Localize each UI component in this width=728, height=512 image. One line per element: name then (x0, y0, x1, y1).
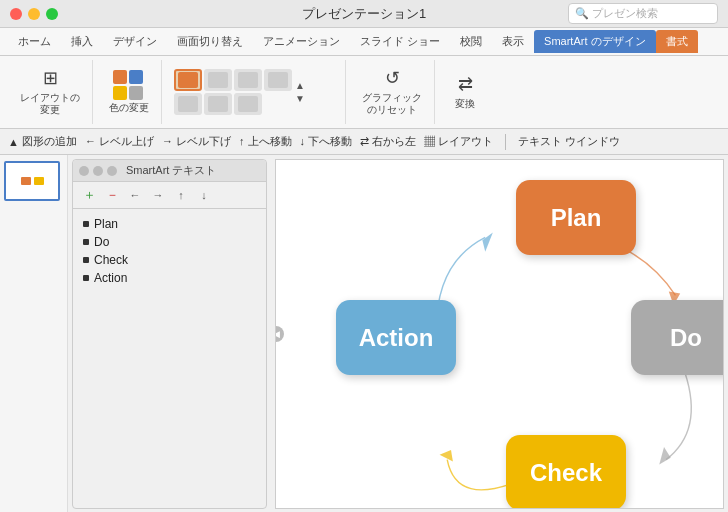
close-button[interactable] (10, 8, 22, 20)
remove-item-button[interactable]: － (102, 185, 122, 205)
tab-transitions[interactable]: 画面切り替え (167, 30, 253, 53)
panel-item-action[interactable]: Action (83, 269, 256, 287)
panel-items-list: Plan Do Check Action (73, 209, 266, 508)
add-shape-btn[interactable]: ▲ 図形の追加 (8, 134, 77, 149)
node-action-label: Action (359, 324, 434, 352)
bullet-plan (83, 221, 89, 227)
main-area: SmartArt テキスト ＋ － ← → ↑ ↓ Plan Do Check (0, 155, 728, 512)
bullet-check (83, 257, 89, 263)
node-plan-label: Plan (551, 204, 602, 232)
ribbon-tab-bar: ホーム 挿入 デザイン 画面切り替え アニメーション スライド ショー 校閲 表… (0, 28, 728, 56)
move-up-btn[interactable]: ↑ 上へ移動 (239, 134, 292, 149)
maximize-button[interactable] (46, 8, 58, 20)
node-plan[interactable]: Plan (516, 180, 636, 255)
node-do-label: Do (670, 324, 702, 352)
layout-preview-5[interactable] (174, 93, 202, 115)
item-label-plan: Plan (94, 217, 118, 231)
smartart-panel-title: SmartArt テキスト (126, 163, 216, 178)
svg-marker-2 (440, 450, 453, 462)
layout-btn[interactable]: ▦ レイアウト (424, 134, 493, 149)
item-label-check: Check (94, 253, 128, 267)
svg-marker-3 (482, 233, 492, 252)
window-controls (10, 8, 58, 20)
layout-preview-2[interactable] (204, 69, 232, 91)
ribbon-group-layouts: ▲ ▼ (166, 60, 346, 124)
tab-review[interactable]: 校閲 (450, 30, 492, 53)
node-action[interactable]: Action (336, 300, 456, 375)
add-item-button[interactable]: ＋ (79, 185, 99, 205)
tab-insert[interactable]: 挿入 (61, 30, 103, 53)
minimize-button[interactable] (28, 8, 40, 20)
ribbon-group-convert: ⇄ 変換 (439, 60, 499, 124)
convert-button[interactable]: ⇄ 変換 (447, 72, 483, 112)
level-down-btn[interactable]: → レベル下げ (162, 134, 231, 149)
thumb-preview (21, 177, 44, 185)
text-window-btn[interactable]: テキスト ウインドウ (518, 134, 620, 149)
canvas-area: ◀ Plan Do Check A (275, 159, 724, 509)
layout-change-button[interactable]: ⊞ レイアウトの変更 (16, 66, 84, 118)
layout-icon: ⊞ (43, 68, 58, 90)
reset-graphic-button[interactable]: ↺ グラフィックのリセット (358, 66, 426, 118)
layout-preview-4[interactable] (264, 69, 292, 91)
tab-design[interactable]: デザイン (103, 30, 167, 53)
svg-marker-1 (659, 447, 670, 464)
search-placeholder: プレゼン検索 (592, 6, 658, 21)
layout-change-btn[interactable]: ⊞ レイアウトの変更 (16, 60, 84, 124)
node-do[interactable]: Do (631, 300, 724, 375)
color-change-btn[interactable]: 色の変更 (105, 60, 153, 124)
layout-preview-6[interactable] (204, 93, 232, 115)
reset-label: グラフィックのリセット (362, 92, 422, 116)
panel-toolbar: ＋ － ← → ↑ ↓ (73, 182, 266, 209)
ribbon-group-layout: ⊞ レイアウトの変更 (8, 60, 93, 124)
tab-animations[interactable]: アニメーション (253, 30, 350, 53)
indent-left-button[interactable]: ← (125, 185, 145, 205)
panel-min-dot[interactable] (93, 166, 103, 176)
layout-preview-1[interactable] (174, 69, 202, 91)
add-icon: ▲ (8, 136, 19, 148)
layouts-scroll-up[interactable]: ▲ (295, 80, 305, 91)
ribbon-group-reset: ↺ グラフィックのリセット (350, 60, 435, 124)
slide-thumbnail-panel (0, 155, 68, 512)
panel-item-check[interactable]: Check (83, 251, 256, 269)
rtl-btn[interactable]: ⇄ 右から左 (360, 134, 416, 149)
panel-max-dot[interactable] (107, 166, 117, 176)
search-icon: 🔍 (575, 7, 589, 20)
divider (505, 134, 506, 150)
tab-smartart-design[interactable]: SmartArt のデザイン (534, 30, 655, 53)
layout-preview-3[interactable] (234, 69, 262, 91)
ribbon-content: ⊞ レイアウトの変更 色の変更 (0, 56, 728, 128)
window-title: プレゼンテーション1 (302, 5, 426, 23)
color-change-button[interactable]: 色の変更 (105, 68, 153, 116)
tab-slideshow[interactable]: スライド ショー (350, 30, 450, 53)
panel-title-bar: SmartArt テキスト (73, 160, 266, 182)
item-label-do: Do (94, 235, 109, 249)
color-change-label: 色の変更 (109, 102, 149, 114)
layout-preview-7[interactable] (234, 93, 262, 115)
bullet-action (83, 275, 89, 281)
title-bar: プレゼンテーション1 🔍 プレゼン検索 (0, 0, 728, 28)
node-check[interactable]: Check (506, 435, 626, 509)
slide-1-thumbnail[interactable] (4, 161, 60, 201)
indent-right-button[interactable]: → (148, 185, 168, 205)
move-item-up-button[interactable]: ↑ (171, 185, 191, 205)
panel-window-controls (79, 166, 117, 176)
panel-item-plan[interactable]: Plan (83, 215, 256, 233)
tab-format[interactable]: 書式 (656, 30, 698, 53)
layouts-scroll-down[interactable]: ▼ (295, 93, 305, 104)
move-item-down-button[interactable]: ↓ (194, 185, 214, 205)
item-label-action: Action (94, 271, 127, 285)
bullet-do (83, 239, 89, 245)
reset-icon: ↺ (385, 68, 400, 90)
tab-home[interactable]: ホーム (8, 30, 61, 53)
layout-change-label: レイアウトの変更 (20, 92, 80, 116)
tab-view[interactable]: 表示 (492, 30, 534, 53)
panel-item-do[interactable]: Do (83, 233, 256, 251)
panel-close-dot[interactable] (79, 166, 89, 176)
node-check-label: Check (530, 459, 602, 487)
move-down-btn[interactable]: ↓ 下へ移動 (300, 134, 353, 149)
level-up-btn[interactable]: ← レベル上げ (85, 134, 154, 149)
ribbon-group-color: 色の変更 (97, 60, 162, 124)
collapse-panel-arrow[interactable]: ◀ (275, 326, 284, 342)
search-bar[interactable]: 🔍 プレゼン検索 (568, 3, 718, 24)
convert-icon: ⇄ (458, 74, 473, 96)
